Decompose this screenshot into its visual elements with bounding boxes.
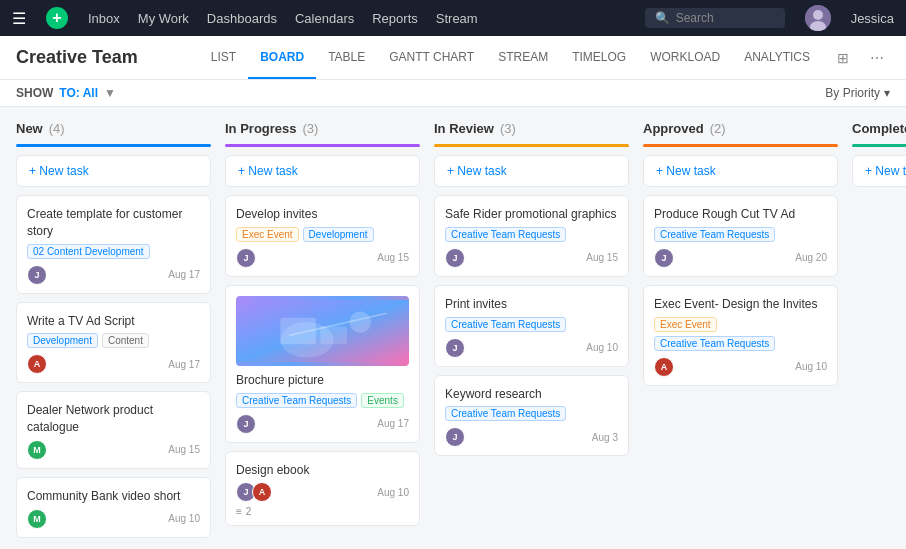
column-header-in_review: In Review(3) <box>434 121 629 136</box>
show-label: SHOW <box>16 86 53 100</box>
card-c11[interactable]: Produce Rough Cut TV AdCreative Team Req… <box>643 195 838 277</box>
tag-development[interactable]: Development <box>27 333 98 348</box>
card-c9[interactable]: Print invitesCreative Team RequestsJAug … <box>434 285 629 367</box>
username: Jessica <box>851 11 894 26</box>
card-avatars-c11: J <box>654 248 674 268</box>
filter-row: SHOW TO: All ▼ By Priority ▾ <box>0 80 906 107</box>
tag-development[interactable]: Development <box>303 227 374 242</box>
tag-exec-event[interactable]: Exec Event <box>236 227 299 242</box>
card-c2[interactable]: Write a TV Ad ScriptDevelopmentContentAA… <box>16 302 211 384</box>
search-box[interactable]: 🔍 Search <box>645 8 785 28</box>
card-c8[interactable]: Safe Rider promotional graphicsCreative … <box>434 195 629 277</box>
card-avatars-c2: A <box>27 354 47 374</box>
tag-02-content-development[interactable]: 02 Content Development <box>27 244 150 259</box>
tab-list[interactable]: LIST <box>199 36 248 79</box>
card-date-c12: Aug 10 <box>795 361 827 372</box>
card-title-c9: Print invites <box>445 296 618 313</box>
card-c10[interactable]: Keyword researchCreative Team RequestsJA… <box>434 375 629 457</box>
card-image-c6 <box>236 296 409 366</box>
card-date-c3: Aug 15 <box>168 444 200 455</box>
board: New(4)+ New taskCreate template for cust… <box>0 107 906 542</box>
layout-icon[interactable]: ⊞ <box>830 45 856 71</box>
nav-dashboards[interactable]: Dashboards <box>207 11 277 26</box>
card-c4[interactable]: Community Bank video shortMAug 10 <box>16 477 211 538</box>
tag-exec-event[interactable]: Exec Event <box>654 317 717 332</box>
tab-table[interactable]: TABLE <box>316 36 377 79</box>
card-tags-c10: Creative Team Requests <box>445 406 618 421</box>
col-line-approved <box>643 144 838 147</box>
card-extra-count-c7: 2 <box>246 506 252 517</box>
card-footer-c5: JAug 15 <box>236 248 409 268</box>
sort-button[interactable]: By Priority ▾ <box>825 86 890 100</box>
card-date-c2: Aug 17 <box>168 359 200 370</box>
tag-creative-team-requests[interactable]: Creative Team Requests <box>445 227 566 242</box>
new-task-button-new[interactable]: + New task <box>16 155 211 187</box>
card-c6[interactable]: Brochure pictureCreative Team RequestsEv… <box>225 285 420 443</box>
tag-creative-team-requests[interactable]: Creative Team Requests <box>654 336 775 351</box>
card-c5[interactable]: Develop invitesExec EventDevelopmentJAug… <box>225 195 420 277</box>
card-c3[interactable]: Dealer Network product catalogueMAug 15 <box>16 391 211 469</box>
tag-creative-team-requests[interactable]: Creative Team Requests <box>654 227 775 242</box>
nav-reports[interactable]: Reports <box>372 11 418 26</box>
sort-label: By Priority <box>825 86 880 100</box>
card-c1[interactable]: Create template for customer story02 Con… <box>16 195 211 294</box>
card-tags-c2: DevelopmentContent <box>27 333 200 348</box>
card-tags-c12: Exec EventCreative Team Requests <box>654 317 827 351</box>
add-button[interactable]: + <box>46 7 68 29</box>
show-value[interactable]: TO: All <box>59 86 98 100</box>
column-header-new: New(4) <box>16 121 211 136</box>
col-title-approved: Approved <box>643 121 704 136</box>
svg-rect-6 <box>320 326 347 344</box>
nav-stream[interactable]: Stream <box>436 11 478 26</box>
tag-events[interactable]: Events <box>361 393 404 408</box>
tab-workload[interactable]: WORKLOAD <box>638 36 732 79</box>
card-avatars-c10: J <box>445 427 465 447</box>
card-date-c4: Aug 10 <box>168 513 200 524</box>
card-c12[interactable]: Exec Event- Design the InvitesExec Event… <box>643 285 838 386</box>
col-line-new <box>16 144 211 147</box>
tag-creative-team-requests[interactable]: Creative Team Requests <box>445 317 566 332</box>
card-tags-c11: Creative Team Requests <box>654 227 827 242</box>
tab-analytics[interactable]: ANALYTICS <box>732 36 822 79</box>
nav-inbox[interactable]: Inbox <box>88 11 120 26</box>
card-c7[interactable]: Design ebookJAAug 10≡2 <box>225 451 420 527</box>
card-title-c8: Safe Rider promotional graphics <box>445 206 618 223</box>
tab-board[interactable]: BOARD <box>248 36 316 79</box>
new-task-button-in_review[interactable]: + New task <box>434 155 629 187</box>
column-header-completed: Completed(0) <box>852 121 906 136</box>
col-title-in_progress: In Progress <box>225 121 297 136</box>
new-task-button-completed[interactable]: + New task <box>852 155 906 187</box>
new-task-button-in_progress[interactable]: + New task <box>225 155 420 187</box>
mini-avatar: J <box>236 248 256 268</box>
card-title-c2: Write a TV Ad Script <box>27 313 200 330</box>
nav-calendars[interactable]: Calendars <box>295 11 354 26</box>
card-list-approved: + New taskProduce Rough Cut TV AdCreativ… <box>643 155 838 386</box>
tab-timelog[interactable]: TIMELOG <box>560 36 638 79</box>
avatar[interactable] <box>805 5 831 31</box>
nav-my-work[interactable]: My Work <box>138 11 189 26</box>
col-count-in_review: (3) <box>500 121 516 136</box>
card-list-in_progress: + New taskDevelop invitesExec EventDevel… <box>225 155 420 526</box>
tag-creative-team-requests[interactable]: Creative Team Requests <box>236 393 357 408</box>
tab-stream[interactable]: STREAM <box>486 36 560 79</box>
mini-avatar: J <box>654 248 674 268</box>
column-in_review: In Review(3)+ New taskSafe Rider promoti… <box>434 121 629 456</box>
card-title-c11: Produce Rough Cut TV Ad <box>654 206 827 223</box>
filter-icon[interactable]: ▼ <box>104 86 116 100</box>
card-tags-c6: Creative Team RequestsEvents <box>236 393 409 408</box>
card-date-c7: Aug 10 <box>377 487 409 498</box>
col-line-completed <box>852 144 906 147</box>
card-avatars-c4: M <box>27 509 47 529</box>
hamburger-icon[interactable]: ☰ <box>12 9 26 28</box>
col-line-in_progress <box>225 144 420 147</box>
col-count-in_progress: (3) <box>303 121 319 136</box>
tab-gantt[interactable]: GANTT CHART <box>377 36 486 79</box>
card-avatars-c1: J <box>27 265 47 285</box>
mini-avatar: M <box>27 440 47 460</box>
mini-avatar: J <box>445 338 465 358</box>
new-task-button-approved[interactable]: + New task <box>643 155 838 187</box>
column-new: New(4)+ New taskCreate template for cust… <box>16 121 211 538</box>
more-options-icon[interactable]: ⋯ <box>864 45 890 71</box>
tag-content[interactable]: Content <box>102 333 149 348</box>
tag-creative-team-requests[interactable]: Creative Team Requests <box>445 406 566 421</box>
